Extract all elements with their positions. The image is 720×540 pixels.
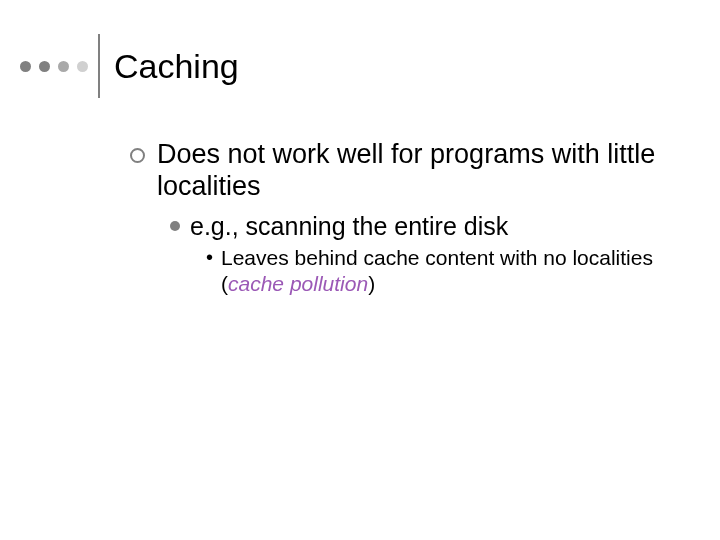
- dot-icon: [20, 61, 31, 72]
- bullet-level-2: e.g., scanning the entire disk: [170, 211, 690, 241]
- dot-icon: [77, 61, 88, 72]
- dot-icon: [58, 61, 69, 72]
- bullet-dot-icon: •: [206, 245, 213, 270]
- dot-icon: [39, 61, 50, 72]
- bullet-text: Leaves behind cache content with no loca…: [221, 245, 690, 298]
- filled-circle-icon: [170, 221, 180, 231]
- bullet-text-suffix: ): [368, 272, 375, 295]
- bullet-text: e.g., scanning the entire disk: [190, 211, 508, 241]
- hollow-circle-icon: [130, 148, 145, 163]
- slide-body: Does not work well for programs with lit…: [130, 138, 690, 301]
- slide: Caching Does not work well for programs …: [0, 0, 720, 540]
- bullet-level-1: Does not work well for programs with lit…: [130, 138, 690, 203]
- vertical-divider: [98, 34, 100, 98]
- slide-title: Caching: [114, 47, 239, 86]
- decorative-dots: [20, 61, 88, 72]
- header: Caching: [20, 34, 239, 98]
- emphasized-term: cache pollution: [228, 272, 368, 295]
- bullet-text: Does not work well for programs with lit…: [157, 138, 690, 203]
- bullet-level-3: • Leaves behind cache content with no lo…: [206, 245, 690, 298]
